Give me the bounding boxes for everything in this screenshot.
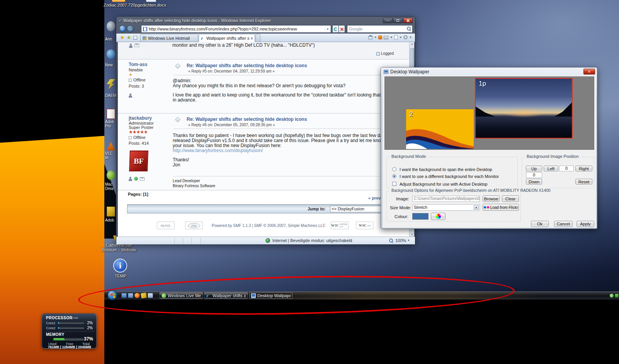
left-button[interactable]: Left <box>544 166 558 171</box>
start-button[interactable] <box>107 290 117 300</box>
add-favorite-icon[interactable]: ★ <box>127 35 131 40</box>
apply-button[interactable]: Apply <box>576 221 594 227</box>
tab-wallpaper-shifts[interactable]: e Wallpaper shifts after s... x <box>199 34 255 42</box>
website-icon[interactable] <box>134 177 138 181</box>
firefox-icon[interactable] <box>134 293 140 298</box>
quick-tabs-icon[interactable] <box>133 36 137 40</box>
clear-button[interactable]: Clear <box>502 195 519 202</box>
logged-link[interactable]: Logged <box>376 51 394 56</box>
load-from-flickr-button[interactable]: Load from Flickr <box>483 204 519 211</box>
desktop-icon-msn[interactable] <box>107 49 115 59</box>
refresh-button[interactable] <box>333 25 339 33</box>
desktop-icon-temp[interactable]: TEMP <box>111 274 131 278</box>
dialog-close-button[interactable]: ✕ <box>583 69 595 74</box>
radio-each-label[interactable]: I want to use a different background for… <box>400 174 499 179</box>
desktop-icon-adobe2[interactable] <box>107 207 115 217</box>
displayfusion-link[interactable]: http://www.binaryfortress.com/displayfus… <box>173 148 408 153</box>
down-button[interactable]: Down <box>526 179 542 185</box>
home-icon[interactable] <box>368 36 372 39</box>
image-path-input[interactable]: C:\Users\Tomas\Pictures\Wallpapers\00610… <box>412 196 480 202</box>
search-placeholder[interactable]: Google <box>349 27 407 31</box>
taskbar-button-messenger[interactable]: Windows Live Messe... <box>160 292 203 299</box>
radio-per-monitor[interactable] <box>392 174 396 178</box>
search-icon[interactable] <box>407 27 411 31</box>
desktop-icon-generic[interactable] <box>107 21 115 31</box>
desktop-icon-label[interactable]: Mac Drea <box>105 182 117 191</box>
pen-icon[interactable] <box>141 293 147 298</box>
zoom-dropdown-icon[interactable]: ▼ <box>407 239 410 242</box>
page-dropdown-icon[interactable]: ▼ <box>399 36 402 39</box>
desktop-icon-label[interactable]: DAEM <box>105 93 116 98</box>
monitor1-preview[interactable]: 1p <box>475 78 573 139</box>
right-button[interactable]: Right <box>575 166 592 171</box>
minimize-button[interactable]: — <box>383 18 393 23</box>
desktop-icon-label[interactable]: Adob <box>105 218 116 222</box>
author-link[interactable]: jtackabury <box>129 115 152 121</box>
rss-feed-icon[interactable] <box>378 36 382 39</box>
profile-icon[interactable] <box>129 177 133 181</box>
taskbar-button-desktop-wallpaper[interactable]: Desktop Wallpaper <box>249 292 292 299</box>
desktop-icon-gedichten[interactable]: gedichten.docx <box>136 3 168 7</box>
forward-button[interactable]: → <box>127 25 134 32</box>
tools-gear-icon[interactable] <box>403 35 408 39</box>
dropdown-arrow-icon[interactable]: ▼ <box>474 205 479 210</box>
tools-dropdown-icon[interactable]: ▼ <box>409 36 412 39</box>
tray-messenger-icon[interactable] <box>610 294 614 298</box>
w3c-xhtml-badge[interactable]: W3CXHTML 1.0 <box>331 222 349 229</box>
taskbar-button-ie[interactable]: e Wallpaper shifts afte... <box>204 292 248 299</box>
reset-button[interactable]: Reset <box>575 179 592 185</box>
close-button[interactable] <box>403 18 413 23</box>
profile-icon[interactable] <box>129 44 133 48</box>
post-subject-link[interactable]: Re: Wallpaper shifts after selecting hid… <box>187 117 307 122</box>
stop-button[interactable] <box>339 25 345 33</box>
desktop-icon-label[interactable]: Adob Pro <box>105 120 116 128</box>
browse-button[interactable]: Browse <box>483 195 500 202</box>
new-tab-stub[interactable] <box>255 34 260 42</box>
cancel-button[interactable]: Cancel <box>554 221 573 227</box>
scroll-down-icon[interactable]: ▼ <box>410 234 415 236</box>
print-icon[interactable] <box>384 36 388 39</box>
post-subject-link[interactable]: Re: Wallpaper shifts after selecting hid… <box>187 63 307 68</box>
print-dropdown-icon[interactable]: ▼ <box>390 36 393 39</box>
folder-icon[interactable] <box>112 0 125 2</box>
mysql-badge[interactable]: MySQL <box>157 222 175 229</box>
email-icon[interactable] <box>134 44 139 47</box>
tray-app-icon[interactable] <box>615 294 619 298</box>
address-dropdown-icon[interactable]: ▼ <box>325 28 330 30</box>
url-text[interactable]: http://www.binaryfortress.com/Forum/inde… <box>149 27 325 31</box>
show-desktop-icon[interactable] <box>121 293 127 298</box>
system-monitor-gadget[interactable]: PROCESSOR 2x86 Core1 2% Core2 2% MEMORY … <box>42 313 97 349</box>
tab-windows-live-hotmail[interactable]: Windows Live Hotmail <box>140 34 198 42</box>
w3c-css-badge[interactable]: W3Ccss <box>356 222 374 229</box>
desktop-icon-adobe[interactable] <box>107 109 115 119</box>
ie-title-bar[interactable]: e Wallpaper shifts after selecting hide … <box>116 17 415 24</box>
desktop-icon-label[interactable]: VLC m <box>105 151 117 160</box>
author-link[interactable]: Tom-ass <box>129 62 147 67</box>
maximize-button[interactable] <box>393 18 403 23</box>
profile-icon[interactable] <box>129 93 133 98</box>
scroll-up-icon[interactable]: ▲ <box>410 43 415 45</box>
dialog-title-bar[interactable]: Desktop Wallpaper <box>381 68 597 76</box>
ok-button[interactable]: Ok <box>531 221 549 227</box>
address-bar[interactable]: http://www.binaryfortress.com/Forum/inde… <box>141 25 331 33</box>
adjust-active-desktop-checkbox[interactable] <box>392 182 396 186</box>
desktop-icon-label[interactable]: New <box>105 63 116 67</box>
close-tab-icon[interactable]: x <box>251 36 253 40</box>
home-dropdown-icon[interactable]: ▼ <box>374 36 377 39</box>
document-icon[interactable] <box>146 0 156 2</box>
y-offset-input[interactable]: 0 <box>526 172 542 178</box>
switch-windows-icon[interactable] <box>128 293 133 298</box>
prev-link[interactable]: « prev <box>368 196 381 200</box>
favorites-star-icon[interactable]: ★ <box>120 35 124 40</box>
desktop-icon-dreamweaver[interactable] <box>107 171 115 180</box>
desktop-icon-zodiac[interactable]: Zodiac.2007.720p.... <box>104 3 134 7</box>
search-box[interactable]: Google <box>347 25 413 33</box>
x-offset-input[interactable]: 0 <box>559 166 574 171</box>
radio-span-desktop[interactable] <box>392 167 396 171</box>
email-icon[interactable] <box>140 177 145 181</box>
monitor2-preview[interactable]: 2 <box>406 109 474 149</box>
zoom-level[interactable]: 100% <box>395 238 406 243</box>
zoom-icon[interactable] <box>389 239 393 243</box>
adjust-checkbox-label[interactable]: Adjust Background for use with Active De… <box>400 182 487 186</box>
up-button[interactable]: Up <box>526 166 542 171</box>
